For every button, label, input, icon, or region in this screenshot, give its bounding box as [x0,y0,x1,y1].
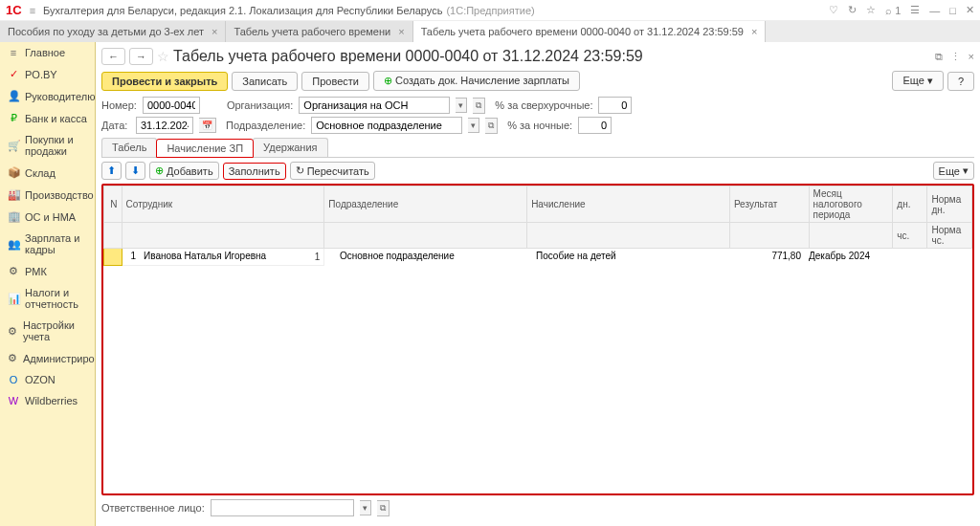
open-icon[interactable]: ⧉ [473,98,485,114]
post-and-close-button[interactable]: Провести и закрыть [101,72,228,91]
org-label: Организация: [227,99,293,111]
sidebar-item[interactable]: ✓PO.BY [0,63,95,85]
col-norm-hours[interactable]: Норма чс. [927,223,972,249]
close-icon[interactable]: ✕ [966,4,974,16]
sidebar-item[interactable]: OOZON [0,369,95,390]
bell-icon[interactable]: ♡ [829,4,838,16]
col-accrual[interactable]: Начисление [527,186,730,223]
night-field[interactable] [578,117,612,134]
forward-button[interactable]: → [129,48,153,65]
more-button[interactable]: Еще ▾ [892,71,943,91]
sidebar-icon: 📦 [8,166,19,179]
tab-allowances[interactable]: Пособия по уходу за детьми до 3-ех лет× [0,21,226,42]
sidebar-icon: ⚙ [8,352,17,364]
subtab-timesheet[interactable]: Табель [101,138,157,157]
star-icon[interactable]: ☆ [866,4,876,16]
cell-accrual[interactable]: Пособие на детей [532,248,728,264]
close-icon[interactable]: × [212,26,217,37]
col-days[interactable]: дн. [893,186,927,223]
cell-dept[interactable]: Основное подразделение [336,248,532,264]
sidebar-icon: 🏭 [8,188,19,201]
back-button[interactable]: ← [101,48,125,65]
col-norm-days[interactable]: Норма дн. [927,186,972,223]
accrual-grid[interactable]: N Сотрудник Подразделение Начисление Рез… [101,184,974,495]
sidebar-icon: 👤 [8,90,19,102]
number-label: Номер: [101,99,137,111]
sidebar-icon: ⚙ [8,325,17,338]
open-icon[interactable]: ⧉ [485,118,498,134]
col-employee[interactable]: Сотрудник [122,186,324,223]
menu-dots-icon[interactable]: ⋮ [950,51,961,63]
org-field[interactable] [299,97,450,114]
favorite-icon[interactable]: ☆ [157,49,169,64]
dropdown-icon[interactable]: ▾ [456,98,467,113]
minimize-icon[interactable]: — [929,5,940,16]
sidebar-item[interactable]: ₽Банк и касса [0,107,95,129]
move-down-button[interactable]: ⬇ [125,162,145,180]
grid-more-button[interactable]: Еще ▾ [933,162,974,180]
responsible-field[interactable] [211,499,354,516]
sidebar-item[interactable]: 🛒Покупки и продажи [0,129,95,162]
subtab-deductions[interactable]: Удержания [253,138,327,157]
app-title: Бухгалтерия для Беларуси, редакция 2.1. … [43,5,442,16]
help-button[interactable]: ? [947,72,974,91]
row-marker[interactable] [104,249,122,266]
date-field[interactable] [136,117,193,134]
search-icon[interactable]: ⌕ 1 [885,5,901,16]
menu-icon[interactable]: ≡ [30,5,35,16]
col-n[interactable]: N [104,186,122,223]
sidebar-item[interactable]: 📦Склад [0,162,95,184]
sidebar-item[interactable]: ≡Главное [0,42,95,63]
maximize-icon[interactable]: □ [949,5,956,16]
tab-timesheet-doc[interactable]: Табель учета рабочего времени 0000-0040 … [413,21,767,42]
sidebar-icon: O [8,374,19,385]
fill-button[interactable]: Заполнить [223,163,286,180]
sidebar-item[interactable]: ⚙РМК [0,260,95,282]
sidebar-item[interactable]: 👤Руководителю [0,85,95,107]
move-up-button[interactable]: ⬆ [101,162,122,180]
write-button[interactable]: Записать [232,72,298,91]
dept-label: Подразделение: [226,120,305,131]
sidebar-item[interactable]: 👥Зарплата и кадры [0,228,95,260]
sidebar-label: Wildberries [25,395,78,406]
sidebar-item[interactable]: WWildberries [0,390,95,411]
sidebar-item[interactable]: 📊Налоги и отчетность [0,282,95,315]
open-icon[interactable]: ⧉ [377,500,390,516]
create-accrual-button[interactable]: ⊕ Создать док. Начисление зарплаты [373,71,580,91]
number-field[interactable] [143,97,200,114]
cell-result[interactable]: 771,80 [728,248,805,264]
close-icon[interactable]: × [969,51,974,63]
tab-timesheet-list[interactable]: Табель учета рабочего времени× [226,21,412,42]
user-icon[interactable]: ☰ [910,4,920,16]
sidebar-icon: W [8,395,19,406]
col-dept[interactable]: Подразделение [324,186,527,223]
close-icon[interactable]: × [398,26,404,37]
col-result[interactable]: Результат [729,186,809,223]
subtab-accrual[interactable]: Начисление ЗП [156,139,254,158]
responsible-label: Ответственное лицо: [101,502,205,514]
dropdown-icon[interactable]: ▾ [468,118,479,133]
dept-field[interactable] [311,117,462,134]
sidebar-item[interactable]: 🏢ОС и НМА [0,206,95,228]
app-subtitle: (1С:Предприятие) [446,5,534,16]
link-icon[interactable]: ⧉ [935,51,943,63]
sidebar-label: Производство [25,189,94,201]
overtime-field[interactable] [598,97,632,114]
recalc-button[interactable]: ↻Пересчитать [290,162,375,180]
calendar-icon[interactable]: 📅 [199,118,216,133]
sidebar-icon: ≡ [8,47,19,58]
col-period[interactable]: Месяц налогового периода [809,186,893,223]
night-label: % за ночные: [507,120,572,131]
cell-employee[interactable]: Иванова Наталья Игоревна [140,248,336,264]
sidebar-item[interactable]: ⚙Настройки учета [0,315,95,347]
sidebar-label: Руководителю [25,91,95,102]
history-icon[interactable]: ↻ [848,4,857,16]
col-hours[interactable]: чс. [893,223,927,249]
add-row-button[interactable]: ⊕Добавить [149,162,219,180]
sidebar-item[interactable]: ⚙Администрирование [0,347,95,369]
cell-period[interactable]: Декабрь 2024 [805,248,886,264]
post-button[interactable]: Провести [301,72,369,91]
sidebar-item[interactable]: 🏭Производство [0,184,95,206]
close-icon[interactable]: × [751,26,757,37]
dropdown-icon[interactable]: ▾ [360,500,371,515]
